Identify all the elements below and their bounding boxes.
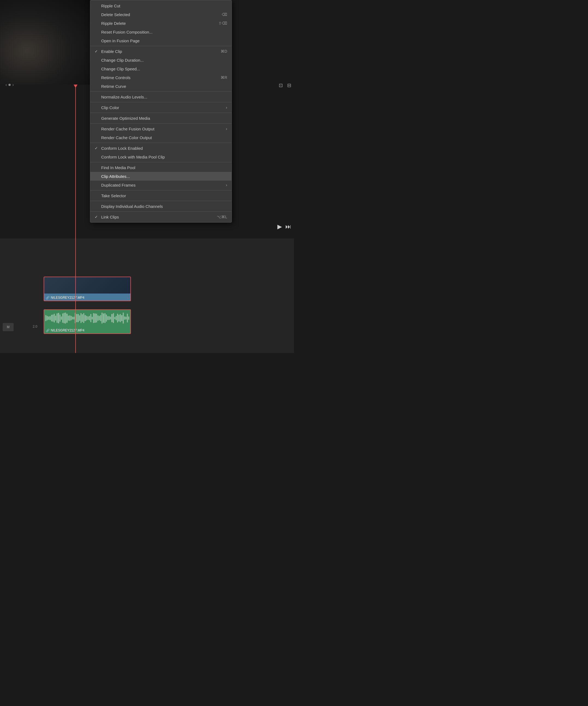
audio-clip[interactable]: 🔗 NILESGREY2127.MP4: [44, 309, 131, 334]
menu-item-take-selector[interactable]: Take Selector: [90, 191, 232, 200]
label-clip-color: Clip Color: [101, 105, 119, 110]
menu-item-delete-selected[interactable]: Delete Selected⌫: [90, 10, 232, 19]
wave-bar: [47, 316, 48, 320]
track-number: 2.0: [33, 325, 37, 328]
wave-bar: [94, 313, 95, 322]
label-retime-curve: Retime Curve: [101, 84, 126, 89]
label-delete-selected: Delete Selected: [101, 12, 130, 17]
menu-item-retime-curve[interactable]: Retime Curve: [90, 82, 232, 90]
menu-item-change-duration[interactable]: Change Clip Duration...: [90, 56, 232, 64]
wave-bar: [54, 314, 55, 322]
wave-bar: [121, 315, 122, 321]
wave-bar: [107, 316, 108, 320]
menu-item-conform-lock-media[interactable]: Conform Lock with Media Pool Clip: [90, 153, 232, 161]
wave-bar: [125, 317, 126, 319]
wave-bar: [120, 314, 121, 322]
separator-after-open-fusion: [90, 46, 232, 46]
wave-bar: [124, 316, 125, 319]
wave-bar: [78, 314, 79, 322]
wave-bar: [80, 313, 82, 323]
separator-after-clip-color: [90, 113, 232, 113]
menu-item-enable-clip[interactable]: ✓Enable Clip⌘D: [90, 47, 232, 56]
menu-item-change-speed[interactable]: Change Clip Speed...: [90, 64, 232, 73]
nav-arrows: ‹ ›: [5, 82, 14, 87]
arrow-duplicated-frames: ›: [226, 183, 227, 187]
menu-item-generate-optimized[interactable]: Generate Optimized Media: [90, 114, 232, 122]
menu-item-ripple-cut[interactable]: Ripple Cut: [90, 1, 232, 10]
wave-bar: [116, 316, 117, 320]
shortcut-enable-clip: ⌘D: [221, 49, 227, 53]
wave-bar: [128, 316, 129, 320]
wave-bar: [49, 316, 50, 320]
menu-item-display-audio-channels[interactable]: Display Individual Audio Channels: [90, 202, 232, 210]
audio-waveform: [44, 310, 130, 326]
nav-next-icon[interactable]: ›: [12, 82, 14, 87]
label-change-duration: Change Clip Duration...: [101, 58, 144, 63]
wave-bar: [110, 317, 111, 319]
wave-bar: [61, 316, 62, 320]
audio-clip-label: 🔗 NILESGREY2127.MP4: [46, 328, 84, 332]
skip-forward-button[interactable]: ⏭: [285, 223, 291, 230]
wave-bar: [114, 317, 115, 319]
wave-bar: [60, 315, 61, 322]
menu-item-link-clips[interactable]: ✓Link Clips⌥⌘L: [90, 212, 232, 221]
wave-bar: [45, 315, 46, 321]
track-header-m[interactable]: M: [3, 323, 14, 331]
wave-bar: [51, 315, 52, 321]
menu-item-clip-attributes[interactable]: Clip Attributes...: [90, 172, 232, 181]
wave-bar: [99, 316, 100, 320]
arrow-render-cache-fusion: ›: [226, 127, 227, 131]
wave-bar: [48, 316, 49, 320]
label-ripple-delete: Ripple Delete: [101, 21, 126, 26]
play-button[interactable]: ▶: [277, 223, 282, 230]
wave-bar: [102, 313, 103, 323]
menu-item-find-media-pool[interactable]: Find In Media Pool: [90, 163, 232, 172]
wave-bar: [118, 315, 119, 321]
wave-bar: [117, 314, 118, 322]
video-preview: [0, 0, 90, 85]
wave-bar: [56, 313, 57, 323]
label-clip-attributes: Clip Attributes...: [101, 174, 130, 179]
video-clip[interactable]: 🔗 NILESGREY2127.MP4: [44, 277, 131, 301]
menu-item-normalize-audio[interactable]: Normalize Audio Levels...: [90, 92, 232, 101]
wave-bar: [89, 316, 90, 320]
label-reset-fusion: Reset Fusion Composition...: [101, 30, 152, 34]
menu-item-retime-controls[interactable]: Retime Controls⌘R: [90, 73, 232, 82]
link-icon-video: 🔗: [46, 296, 50, 300]
wave-bar: [76, 314, 77, 322]
wave-bar: [71, 316, 72, 320]
separator-after-normalize-audio: [90, 102, 232, 102]
wave-bar: [82, 314, 83, 322]
monitor-icon-2[interactable]: ⊟: [287, 82, 291, 88]
label-normalize-audio: Normalize Audio Levels...: [101, 95, 147, 99]
wave-bar: [93, 313, 94, 323]
label-duplicated-frames: Duplicated Frames: [101, 183, 135, 187]
menu-item-render-cache-fusion[interactable]: Render Cache Fusion Output›: [90, 124, 232, 133]
monitor-icon-1[interactable]: ⊡: [279, 82, 283, 88]
menu-item-reset-fusion[interactable]: Reset Fusion Composition...: [90, 28, 232, 36]
wave-bar: [84, 315, 86, 321]
menu-item-clip-color[interactable]: Clip Color›: [90, 103, 232, 112]
menu-item-render-cache-color[interactable]: Render Cache Color Output: [90, 133, 232, 142]
checkmark-conform-lock-enabled: ✓: [94, 146, 99, 150]
wave-bar: [105, 313, 106, 323]
wave-bar: [68, 316, 69, 321]
label-retime-controls: Retime Controls: [101, 75, 131, 80]
menu-item-open-fusion[interactable]: Open in Fusion Page: [90, 36, 232, 45]
nav-prev-icon[interactable]: ‹: [5, 82, 7, 87]
label-conform-lock-media: Conform Lock with Media Pool Clip: [101, 155, 165, 159]
wave-bar: [111, 314, 112, 322]
wave-bar: [62, 313, 63, 322]
label-take-selector: Take Selector: [101, 193, 126, 198]
link-icon-audio: 🔗: [46, 329, 50, 332]
menu-item-ripple-delete[interactable]: Ripple Delete⇧⌫: [90, 19, 232, 28]
label-render-cache-color: Render Cache Color Output: [101, 135, 152, 140]
wave-bar: [100, 315, 101, 321]
shortcut-retime-controls: ⌘R: [221, 75, 227, 80]
checkmark-enable-clip: ✓: [94, 49, 99, 53]
wave-bar: [73, 317, 74, 320]
menu-item-conform-lock-enabled[interactable]: ✓Conform Lock Enabled: [90, 144, 232, 153]
wave-bar: [90, 314, 91, 322]
wave-bar: [72, 317, 73, 320]
menu-item-duplicated-frames[interactable]: Duplicated Frames›: [90, 181, 232, 189]
